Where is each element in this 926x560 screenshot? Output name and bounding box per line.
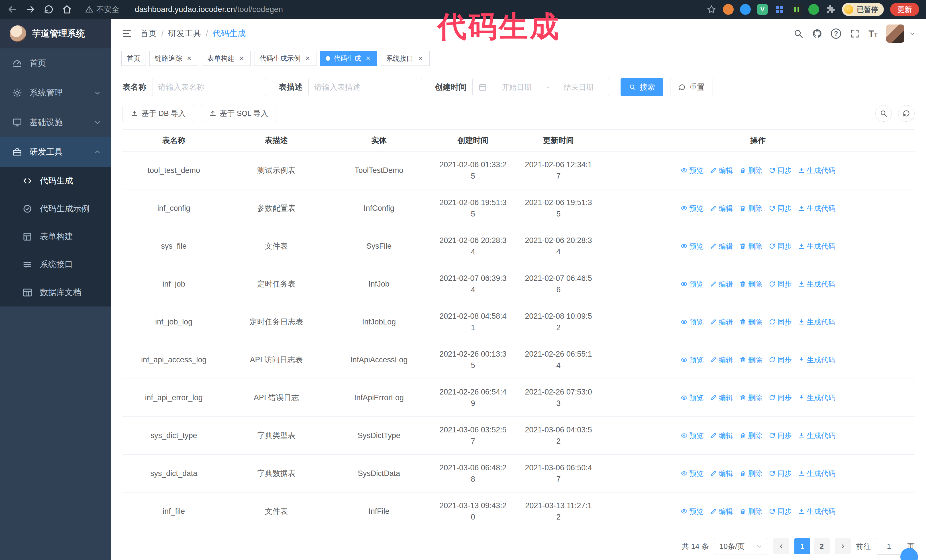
generate-code-link[interactable]: 生成代码: [798, 355, 835, 365]
sync-link[interactable]: 同步: [769, 317, 792, 327]
delete-link[interactable]: 删除: [739, 242, 763, 251]
browser-home-icon[interactable]: [62, 4, 73, 15]
browser-update-button[interactable]: 更新: [890, 3, 919, 16]
page-size-select[interactable]: 10条/页: [714, 538, 768, 555]
preview-link[interactable]: 预览: [681, 166, 704, 175]
preview-link[interactable]: 预览: [681, 431, 704, 440]
address-bar[interactable]: dashboard.yudao.iocoder.cn/tool/codegen: [135, 5, 283, 14]
breadcrumb-item[interactable]: 研发工具: [168, 28, 201, 39]
sidebar-item-form-build[interactable]: 表单构建: [0, 223, 111, 251]
search-icon[interactable]: [793, 29, 803, 39]
font-size-icon[interactable]: TT: [869, 29, 878, 39]
delete-link[interactable]: 删除: [739, 469, 763, 478]
extensions-puzzle-icon[interactable]: [825, 4, 836, 15]
delete-link[interactable]: 删除: [739, 355, 763, 365]
reset-button[interactable]: 重置: [670, 78, 713, 96]
sync-link[interactable]: 同步: [769, 242, 792, 251]
vue-devtools-icon[interactable]: V: [757, 4, 768, 15]
delete-link[interactable]: 删除: [739, 317, 763, 327]
edit-link[interactable]: 编辑: [710, 279, 733, 289]
page-button-1[interactable]: 1: [794, 538, 810, 554]
toggle-search-button[interactable]: [875, 105, 892, 122]
edit-link[interactable]: 编辑: [710, 317, 733, 327]
delete-link[interactable]: 删除: [739, 507, 763, 516]
sidebar-item-system[interactable]: 系统管理: [0, 78, 111, 108]
import-sql-button[interactable]: 基于 SQL 导入: [201, 105, 277, 122]
github-icon[interactable]: [812, 29, 822, 39]
tab-form-build[interactable]: 表单构建×: [202, 51, 251, 66]
logo[interactable]: 芋道管理系统: [0, 19, 111, 48]
preview-link[interactable]: 预览: [681, 469, 704, 478]
sidebar-item-api[interactable]: 系统接口: [0, 251, 111, 279]
tab-home[interactable]: 首页: [121, 51, 146, 66]
generate-code-link[interactable]: 生成代码: [798, 507, 835, 516]
sync-link[interactable]: 同步: [769, 166, 792, 175]
prev-page-button[interactable]: [773, 538, 789, 554]
extension-icon[interactable]: [740, 4, 751, 15]
close-tab-icon[interactable]: ×: [238, 55, 245, 62]
preview-link[interactable]: 预览: [681, 242, 704, 251]
breadcrumb-item[interactable]: 首页: [140, 28, 157, 39]
edit-link[interactable]: 编辑: [710, 355, 733, 365]
sidebar-item-devtools[interactable]: 研发工具: [0, 137, 111, 167]
sidebar-item-home[interactable]: 首页: [0, 48, 111, 78]
edit-link[interactable]: 编辑: [710, 166, 733, 175]
edit-link[interactable]: 编辑: [710, 431, 733, 440]
refresh-table-button[interactable]: [898, 105, 915, 122]
generate-code-link[interactable]: 生成代码: [798, 393, 835, 403]
table-name-input[interactable]: [152, 78, 266, 96]
sidebar-item-codegen-example[interactable]: 代码生成示例: [0, 195, 111, 223]
edit-link[interactable]: 编辑: [710, 393, 733, 403]
sync-link[interactable]: 同步: [769, 279, 792, 289]
sidebar-item-codegen[interactable]: 代码生成: [0, 167, 111, 195]
preview-link[interactable]: 预览: [681, 204, 704, 213]
sync-link[interactable]: 同步: [769, 393, 792, 403]
extension-grid-icon[interactable]: [774, 4, 785, 15]
close-tab-icon[interactable]: ×: [186, 55, 193, 62]
browser-forward-icon[interactable]: [25, 4, 36, 15]
sync-link[interactable]: 同步: [769, 469, 792, 478]
date-range-picker[interactable]: 开始日期 - 结束日期: [472, 78, 609, 96]
browser-reload-icon[interactable]: [43, 4, 54, 15]
edit-link[interactable]: 编辑: [710, 204, 733, 213]
goto-page-input[interactable]: [876, 538, 902, 555]
close-tab-icon[interactable]: ×: [304, 55, 312, 62]
generate-code-link[interactable]: 生成代码: [798, 469, 835, 478]
edit-link[interactable]: 编辑: [710, 242, 733, 251]
tab-codegen-example[interactable]: 代码生成示例×: [254, 51, 317, 66]
generate-code-link[interactable]: 生成代码: [798, 317, 835, 327]
preview-link[interactable]: 预览: [681, 507, 704, 516]
table-desc-input[interactable]: [308, 78, 422, 96]
browser-back-icon[interactable]: [7, 4, 18, 15]
preview-link[interactable]: 预览: [681, 393, 704, 403]
delete-link[interactable]: 删除: [739, 431, 763, 440]
sidebar-item-infra[interactable]: 基础设施: [0, 108, 111, 137]
delete-link[interactable]: 删除: [739, 204, 763, 213]
sync-link[interactable]: 同步: [769, 431, 792, 440]
sync-link[interactable]: 同步: [769, 507, 792, 516]
delete-link[interactable]: 删除: [739, 279, 763, 289]
extension-icon[interactable]: [808, 4, 819, 15]
search-button[interactable]: 搜索: [620, 78, 663, 96]
sync-link[interactable]: 同步: [769, 204, 792, 213]
user-avatar[interactable]: [886, 24, 904, 43]
tab-tracer[interactable]: 链路追踪×: [149, 51, 198, 66]
security-indicator[interactable]: 不安全: [85, 4, 120, 15]
edit-link[interactable]: 编辑: [710, 469, 733, 478]
import-db-button[interactable]: 基于 DB 导入: [123, 105, 194, 122]
page-button-2[interactable]: 2: [814, 538, 830, 554]
delete-link[interactable]: 删除: [739, 166, 763, 175]
generate-code-link[interactable]: 生成代码: [798, 204, 835, 213]
bookmark-star-icon[interactable]: [706, 4, 717, 15]
fullscreen-icon[interactable]: [850, 29, 860, 39]
tab-api[interactable]: 系统接口×: [381, 51, 430, 66]
delete-link[interactable]: 删除: [739, 393, 763, 403]
generate-code-link[interactable]: 生成代码: [798, 242, 835, 251]
next-page-button[interactable]: [835, 538, 851, 554]
close-tab-icon[interactable]: ×: [417, 55, 424, 62]
preview-link[interactable]: 预览: [681, 279, 704, 289]
extension-icon[interactable]: [723, 4, 734, 15]
sync-link[interactable]: 同步: [769, 355, 792, 365]
sidebar-item-db-doc[interactable]: 数据库文档: [0, 279, 111, 306]
sidebar-toggle-icon[interactable]: [121, 28, 133, 39]
